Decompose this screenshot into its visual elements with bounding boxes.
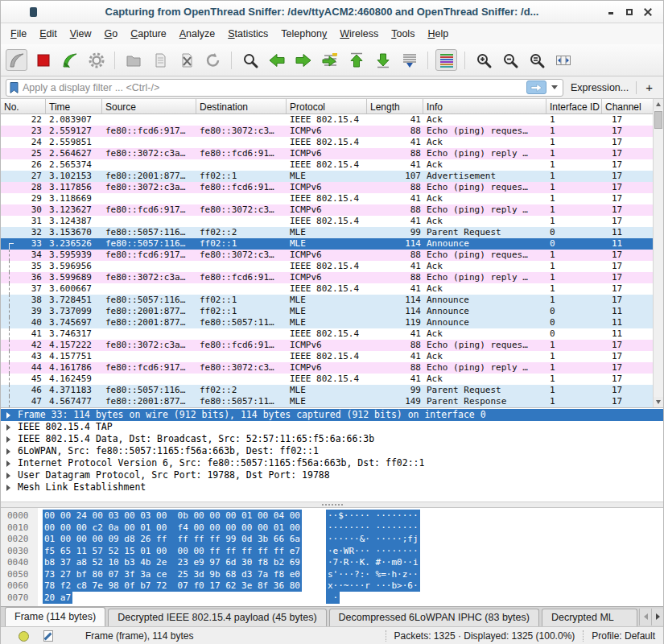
packet-row-25[interactable]: 252.564627fe80::3072:c3a…fe80::fcd6:91…I… xyxy=(1,148,653,159)
scroll-thumb[interactable] xyxy=(654,111,662,129)
detail-row-1[interactable]: IEEE 802.15.4 TAP xyxy=(1,421,663,433)
capture-comment-icon[interactable] xyxy=(43,630,53,642)
expand-arrow-icon[interactable] xyxy=(6,473,14,479)
menu-item-analyze[interactable]: Analyze xyxy=(173,25,221,43)
expand-arrow-icon[interactable] xyxy=(6,424,14,431)
hex-ascii[interactable]: ······&· ·····;fj xyxy=(311,534,420,546)
hex-row-0040[interactable]: 0040b8 37 a8 52 10 b3 4b 2e 23 e9 97 6d … xyxy=(1,557,663,569)
find-packet-button[interactable] xyxy=(239,49,261,71)
auto-scroll-button[interactable] xyxy=(398,49,420,71)
open-file-button[interactable] xyxy=(122,49,144,71)
zoom-reset-button[interactable] xyxy=(526,49,547,71)
packet-row-42[interactable]: 424.157222fe80::3072:c3a…fe80::fcd6:91…I… xyxy=(1,340,653,351)
hex-bytes[interactable]: 78 f2 c8 7e 98 0f b7 72 07 f0 17 62 3e 8… xyxy=(38,580,311,592)
packet-row-27[interactable]: 273.102153fe80::2001:877…ff02::1MLE107Ad… xyxy=(1,171,653,182)
resize-columns-button[interactable] xyxy=(552,49,574,71)
hex-bytes[interactable]: 20 a7 xyxy=(38,592,311,605)
column-header-info[interactable]: Info xyxy=(423,99,546,114)
scroll-track[interactable] xyxy=(654,109,663,397)
go-forward-button[interactable] xyxy=(292,49,314,71)
packet-row-33[interactable]: 333.236526fe80::5057:116…ff02::1MLE114An… xyxy=(1,238,653,250)
hex-row-0070[interactable]: 007020 a7 · xyxy=(1,592,663,605)
hex-row-0000[interactable]: 000000 00 24 00 03 00 03 00 0b 00 00 00 … xyxy=(1,510,663,522)
column-header-no[interactable]: No. xyxy=(1,99,46,114)
packet-row-30[interactable]: 303.123627fe80::fcd6:917…fe80::3072:c3…I… xyxy=(1,204,653,216)
go-first-packet-button[interactable] xyxy=(345,49,367,71)
packet-row-28[interactable]: 283.117856fe80::3072:c3a…fe80::fcd6:91…I… xyxy=(1,182,653,193)
detail-row-0[interactable]: Frame 33: 114 bytes on wire (912 bits), … xyxy=(1,409,663,421)
expand-arrow-icon[interactable] xyxy=(6,412,14,419)
menu-item-edit[interactable]: Edit xyxy=(33,25,64,43)
apply-filter-button[interactable] xyxy=(526,80,546,94)
detail-row-4[interactable]: Internet Protocol Version 6, Src: fe80::… xyxy=(1,457,663,469)
detail-row-3[interactable]: 6LoWPAN, Src: fe80::5057:1165:f56a:663b,… xyxy=(1,445,663,457)
packet-row-24[interactable]: 242.559851IEEE 802.15.441Ack117 xyxy=(1,137,653,148)
pane-splitter[interactable] xyxy=(1,502,663,508)
column-header-interface-id[interactable]: Interface ID xyxy=(546,99,602,114)
filter-history-dropdown[interactable] xyxy=(549,80,560,94)
packet-row-45[interactable]: 454.162459IEEE 802.15.441Ack117 xyxy=(1,374,653,385)
column-header-channel[interactable]: Channel xyxy=(602,99,653,114)
tab-scroll-right-button[interactable] xyxy=(651,609,663,625)
hex-bytes[interactable]: 73 27 bf 80 07 3f 3a ce 25 3d 9b 68 d3 7… xyxy=(38,569,311,581)
reload-file-button[interactable] xyxy=(202,49,224,71)
packet-row-39[interactable]: 393.737099fe80::2001:877…ff02::1MLE114An… xyxy=(1,306,653,317)
close-icon[interactable] xyxy=(644,8,652,16)
column-header-length[interactable]: Length xyxy=(367,99,423,114)
hex-ascii[interactable]: · xyxy=(311,592,340,605)
zoom-in-button[interactable] xyxy=(472,49,494,71)
hex-ascii[interactable]: ··$····· ········ xyxy=(311,510,420,522)
restart-capture-button[interactable] xyxy=(59,49,80,71)
detail-row-5[interactable]: User Datagram Protocol, Src Port: 19788,… xyxy=(1,469,663,481)
hex-bytes[interactable]: f5 65 11 57 52 15 01 00 00 00 ff ff ff f… xyxy=(38,546,311,558)
expert-info-icon[interactable] xyxy=(19,631,29,642)
packet-row-31[interactable]: 313.124387IEEE 802.15.441Ack117 xyxy=(1,216,653,227)
expand-arrow-icon[interactable] xyxy=(6,460,14,467)
column-header-destination[interactable]: Destination xyxy=(196,99,287,114)
tab-scroll-left-button[interactable] xyxy=(639,609,651,625)
go-back-button[interactable] xyxy=(266,49,287,71)
menu-item-telephony[interactable]: Telephony xyxy=(274,25,333,43)
packet-row-40[interactable]: 403.745697fe80::2001:877…fe80::5057:11…M… xyxy=(1,317,653,328)
byte-tab-frame-114-bytes[interactable]: Frame (114 bytes) xyxy=(5,607,105,626)
byte-tab-decrypted-ieee-802-15-4-payload-45-bytes[interactable]: Decrypted IEEE 802.15.4 payload (45 byte… xyxy=(108,609,326,626)
menu-item-tools[interactable]: Tools xyxy=(385,25,421,43)
packet-row-37[interactable]: 373.600667IEEE 802.15.441Ack117 xyxy=(1,283,653,295)
minimize-icon[interactable] xyxy=(607,8,615,16)
hex-bytes[interactable]: 00 00 24 00 03 00 03 00 0b 00 00 00 01 0… xyxy=(38,510,311,522)
scroll-up-button[interactable] xyxy=(654,99,663,109)
byte-tab-decompressed-6lowpan-iphc-83-bytes[interactable]: Decompressed 6LoWPAN IPHC (83 bytes) xyxy=(329,609,539,626)
packet-row-35[interactable]: 353.596956IEEE 802.15.441Ack117 xyxy=(1,261,653,272)
hex-row-0010[interactable]: 001000 00 00 c2 0a 00 01 00 f4 00 00 00 … xyxy=(1,522,663,535)
close-file-button[interactable] xyxy=(175,49,197,71)
column-header-source[interactable]: Source xyxy=(102,99,196,114)
hex-row-0030[interactable]: 0030f5 65 11 57 52 15 01 00 00 00 ff ff … xyxy=(1,546,663,558)
packet-list-scrollbar[interactable] xyxy=(653,99,663,407)
add-filter-button[interactable]: + xyxy=(640,80,658,94)
scroll-down-button[interactable] xyxy=(654,397,663,407)
stop-capture-button[interactable] xyxy=(32,49,54,71)
maximize-icon[interactable] xyxy=(625,8,633,16)
column-header-protocol[interactable]: Protocol xyxy=(287,99,367,114)
display-filter-input[interactable] xyxy=(19,82,526,93)
expand-arrow-icon[interactable] xyxy=(6,448,14,455)
packet-row-34[interactable]: 343.595939fe80::fcd6:917…fe80::3072:c3…I… xyxy=(1,250,653,261)
expand-arrow-icon[interactable] xyxy=(6,485,14,491)
hex-ascii[interactable]: s'···?:· %=·h·z·· xyxy=(311,569,420,581)
hex-ascii[interactable]: ·7·R··K. #··m0··i xyxy=(311,557,420,569)
packet-row-36[interactable]: 363.599689fe80::3072:c3a…fe80::fcd6:91…I… xyxy=(1,272,653,283)
byte-tab-decrypted-ml[interactable]: Decrypted ML xyxy=(542,609,637,626)
go-last-packet-button[interactable] xyxy=(372,49,394,71)
zoom-out-button[interactable] xyxy=(499,49,521,71)
go-to-packet-button[interactable] xyxy=(319,49,340,71)
expand-arrow-icon[interactable] xyxy=(6,436,14,443)
column-header-time[interactable]: Time xyxy=(46,99,102,114)
hex-bytes[interactable]: 01 00 00 00 09 d8 26 ff ff ff ff 99 0d 3… xyxy=(38,534,311,546)
hex-bytes[interactable]: b8 37 a8 52 10 b3 4b 2e 23 e9 97 6d 30 f… xyxy=(38,557,311,569)
hex-ascii[interactable]: ········ ········ xyxy=(311,522,420,535)
bookmark-icon[interactable] xyxy=(9,81,19,94)
menu-item-help[interactable]: Help xyxy=(421,25,455,43)
packet-row-32[interactable]: 323.153670fe80::5057:116…ff02::2MLE99Par… xyxy=(1,227,653,238)
hex-row-0020[interactable]: 002001 00 00 00 09 d8 26 ff ff ff ff 99 … xyxy=(1,534,663,546)
packet-row-43[interactable]: 434.157751IEEE 802.15.441Ack117 xyxy=(1,351,653,362)
